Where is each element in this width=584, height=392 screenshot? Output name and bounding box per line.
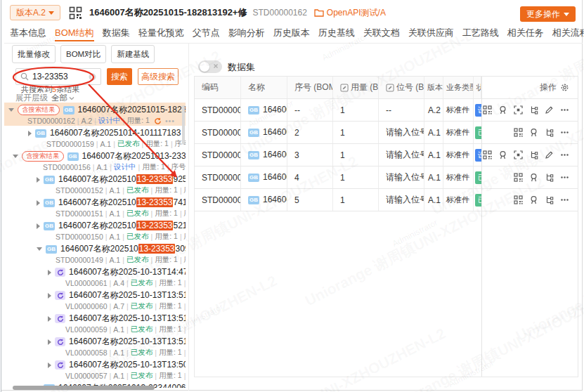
more-icon[interactable] [560,128,569,137]
cell-position[interactable]: -- [379,99,424,121]
caret-down-icon[interactable] [8,108,14,112]
tree-node[interactable]: 含搜索结果GB1646007名称20251015-182813192+修STD0… [4,103,186,126]
tree-node-title-row[interactable]: 含搜索结果GB1646007名称20251015-182813192+修 [8,104,186,116]
tree-node[interactable]: 1646007名称2025-10-13T13:51:14.354ZVL00000… [4,311,186,334]
toolbar-button-BOM对比[interactable]: BOM对比 [60,45,106,63]
dataset-toggle[interactable] [198,60,222,73]
tab-影响分析[interactable]: 影响分析 [228,27,265,41]
caret-right-icon[interactable] [28,131,32,136]
qr-icon[interactable] [514,173,523,182]
tree-icon[interactable] [529,150,538,159]
advanced-search-button[interactable]: 高级搜索 [138,68,179,85]
caret-right-icon[interactable] [37,223,40,229]
table-row[interactable]: STD00000154GB1646007名...51请输入位号A.1标准件已发布 [195,189,578,211]
table-row[interactable]: STD00000155GB1646007名...41请输入位号A.1标准件已发布 [195,166,578,189]
column-settings-gear-icon[interactable] [560,83,569,92]
edit-icon[interactable] [545,105,554,115]
tab-历史基线[interactable]: 历史基线 [318,27,355,41]
seal-icon[interactable] [529,195,538,204]
toolbar-button-批量修改[interactable]: 批量修改 [12,45,56,63]
tree-vertical-scrollbar[interactable] [182,105,185,145]
caret-right-icon[interactable] [48,362,51,368]
tree-node-title-row[interactable]: 1646007名称2025-10-13T13:51:14.354Z [48,313,186,325]
tree-node[interactable]: GB1646007名称20251013-233539250STD00000152… [4,172,186,195]
caret-right-icon[interactable] [48,316,51,322]
tree-node-title-row[interactable]: GB1646007名称20251014-101117183 [28,127,181,139]
tree-node-title-row[interactable]: 1646007名称2025-10-13T13:51:11.534Z [48,336,186,348]
search-button[interactable]: 搜索 [107,68,132,85]
toolbar-button-新建基线[interactable]: 新建基线 [111,45,155,63]
tree-node[interactable]: 1646007名称2025-10-13T13:51:17.107Z+修+修+VL… [4,288,186,311]
tree-node[interactable]: GB1646007名称20251013-233537418STD00000151… [4,195,186,218]
tab-历史版本[interactable]: 历史版本 [273,27,310,41]
tab-父节点[interactable]: 父节点 [193,27,220,41]
tree-icon[interactable] [545,128,554,137]
caret-right-icon[interactable] [48,339,51,345]
table-row[interactable]: STD00000162GB1646007名...--1--A.2标准件设计中 [195,99,578,122]
tab-相关任务[interactable]: 相关任务 [507,27,544,41]
tree-node[interactable]: 1646007名称2025-10-13T13:51:11.534ZVL00000… [4,334,186,358]
tab-关联文档[interactable]: 关联文档 [363,27,400,41]
more-icon[interactable] [560,195,569,204]
qr-icon[interactable] [483,105,492,115]
tree-node[interactable]: 含搜索结果GB1646007名称20251013-233547365STD000… [4,149,186,172]
tab-轻量化预览[interactable]: 轻量化预览 [138,27,184,41]
cell-qty[interactable]: 1 [333,99,379,121]
focus-icon[interactable] [514,105,523,115]
tree-node-title-row[interactable]: GB1646007名称20251013-233539250 [37,174,186,185]
cell-position[interactable]: 请输入位号 [379,189,424,211]
qr-icon[interactable] [483,150,492,159]
qr-icon[interactable] [514,128,523,137]
edit-icon[interactable] [545,150,554,159]
cell-position[interactable]: 请输入位号 [379,144,424,166]
tree-node-title-row[interactable]: 含搜索结果GB1646007名称20251013-233547365 [13,150,186,162]
tree-node[interactable]: GB1646007名称20251013-233533092STD00000149… [4,242,186,265]
tree-node-title-row[interactable]: GB1646007名称20251013-233537418 [37,197,186,209]
expand-level-select[interactable]: 全部 [51,93,74,103]
tree-icon[interactable] [529,105,538,115]
cell-position[interactable]: 请输入位号 [379,122,424,143]
cell-qty[interactable]: 1 [333,144,379,166]
clear-icon[interactable] [89,73,96,81]
tab-BOM结构[interactable]: BOM结构 [55,27,94,41]
qr-icon[interactable] [514,195,523,204]
refresh-icon[interactable] [154,117,162,125]
tree-icon[interactable] [545,195,554,204]
tree-node[interactable]: GB1646007名称20251013-233535210STD00000150… [4,218,186,242]
more-icon[interactable]: ••• [165,117,175,125]
seal-icon[interactable] [498,105,507,115]
cell-qty[interactable]: 1 [333,122,379,143]
caret-right-icon[interactable] [37,200,40,206]
version-selector[interactable]: 版本A.2 [10,5,60,20]
tab-数据集[interactable]: 数据集 [103,27,130,41]
tree-node-title-row[interactable]: 1646007名称2025-10-13T13:50:18.649Z [48,359,186,371]
tab-关联供应商[interactable]: 关联供应商 [408,27,454,41]
tree-node-title-row[interactable]: 1646007名称2025-10-13T13:51:17.107Z+修+修+ [48,289,186,301]
tree-icon[interactable] [545,173,554,182]
caret-right-icon[interactable] [48,270,51,275]
focus-icon[interactable] [514,150,523,159]
more-actions-button[interactable]: 更多操作 [520,6,576,22]
qr-code-icon[interactable] [69,6,82,20]
seal-icon[interactable] [529,128,538,137]
search-input[interactable]: 13-23353 [15,68,101,85]
tree-node[interactable]: GB1646007名称20251014-101117183STD00000159… [4,126,186,149]
more-icon[interactable] [560,105,569,115]
cell-qty[interactable]: 1 [333,166,379,188]
cell-position[interactable]: 请输入位号 [379,166,424,188]
table-row[interactable]: STD00000159GB1646007名...21请输入位号A.1标准件已发布 [195,122,578,144]
seal-icon[interactable] [498,150,507,159]
caret-down-icon[interactable] [37,247,42,251]
space-link[interactable]: OpenAPI测试/A [314,7,386,19]
tree-horizontal-scrollbar[interactable] [13,386,155,390]
tree-node[interactable]: 1646007名称2025-10-13T13:50:18.649ZVL00000… [4,358,186,381]
tree-node-title-row[interactable]: GB1646007名称20251013-233533092 [37,243,186,255]
table-row[interactable]: STD00000156GB1646007名...31请输入位号A.1标准件设计中 [195,144,578,166]
tab-工艺路线[interactable]: 工艺路线 [462,27,499,41]
more-icon[interactable] [560,150,569,159]
seal-icon[interactable] [529,173,538,182]
caret-down-icon[interactable] [13,155,18,158]
tree-node[interactable]: 1646007名称2025-10-13T14:47:31.068Z+修+修VL0… [4,265,186,288]
tab-相关流程[interactable]: 相关流程 [552,27,584,41]
cell-qty[interactable]: 1 [333,189,379,211]
